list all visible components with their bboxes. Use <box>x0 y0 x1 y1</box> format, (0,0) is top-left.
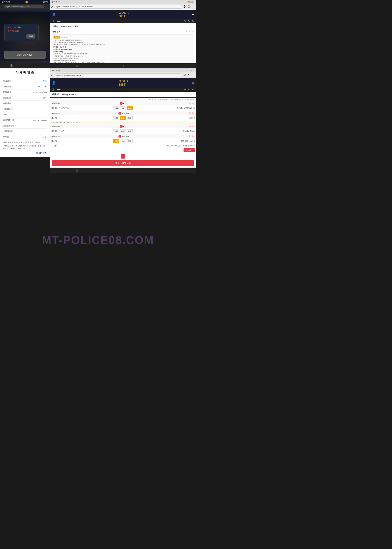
time-left: SKT 4:03 <box>2 1 10 3</box>
odd-home-2[interactable]: 2.69 <box>113 116 119 120</box>
footer-notes: • 위와 같이 정상적으로 처리되었음을 확인합니다. • 위 확인증은 고객 … <box>3 140 47 150</box>
mic-icon[interactable]: 🎙 <box>183 5 187 9</box>
profile-icon[interactable]: 👤 <box>52 13 56 16</box>
inquiry-title: 계좌 문의 <box>52 30 60 33</box>
game-status-2: 경기중 : <box>188 112 195 115</box>
home-icon[interactable]: ⌂ <box>1 5 3 9</box>
url-bar-right[interactable]: tsp65.com/mobile/customer_view.asp?bidx=… <box>54 5 182 9</box>
league-name-4: K-리그 D2 <box>122 135 130 137</box>
nav-home-betting[interactable]: ○ <box>123 169 124 172</box>
nav-home-icon[interactable]: ○ <box>25 64 27 67</box>
done-button[interactable]: 종료된 내역삭제 <box>52 160 194 166</box>
home-team-1: 대전 하나 시티즌[연데] <box>51 107 113 109</box>
bank-icon: 🏦 <box>35 152 38 154</box>
odd-home-1[interactable]: 1.91 <box>113 106 119 110</box>
betting-match-4: 07-09 18:30 K K-리그 D2 경기중 : 경남 FC 1.58 4… <box>50 134 196 144</box>
balance-betting: ₩0 ₱0 ₹0 <box>184 89 194 91</box>
betting-phone: SKT 7:40 32% ⌂ tsp65.com/mobile/betting_… <box>50 68 196 173</box>
transfer-row-name: 수취인성명 <box>3 129 47 134</box>
label-recv-passbook: 받는분통장표시 <box>3 124 17 127</box>
mic-icon-betting[interactable]: 🎙 <box>183 73 187 77</box>
nav-menu-betting[interactable]: ||| <box>76 169 78 172</box>
login-fail-dialog: tsp65.com 내용: 로그인 실패! 확인 <box>4 24 39 41</box>
label-bank: 출금은행 <box>3 96 11 99</box>
user-info-bar-betting: 👤 ■■■님 ₩0 ₱0 ₹0 <box>50 87 196 92</box>
odd-away-1[interactable]: 1.85 <box>126 106 133 110</box>
gola-logo-betting: GOLABET <box>119 79 129 86</box>
value-recv-account: 8008515198639 <box>33 119 47 121</box>
menu-hamburger-icon[interactable]: ≡ <box>192 13 194 16</box>
nav-menu-icon[interactable]: ||| <box>10 64 13 67</box>
bal-p-betting: ₱0 <box>188 89 190 91</box>
league-badge-2: K K-리그 D2 <box>119 112 130 115</box>
checkbox-label: 선택 <box>54 144 58 147</box>
k-league-icon-2: K <box>119 112 121 115</box>
odd-away-4[interactable]: 4.50 <box>126 139 133 143</box>
watermark-overlay: MT-POLICE08.COM <box>0 206 196 274</box>
label-datetime: 거래일시 <box>3 91 11 94</box>
time-right: SKT 7:39 <box>52 1 60 3</box>
nav-back-icon[interactable]: ‹ <box>38 64 40 67</box>
menu-dots-icon[interactable]: ⋮ <box>45 5 49 9</box>
footer-note-2: • 위 확인증은 고객 편의를 위해 제공되는 것으로 참고용으로만 사용하실 … <box>3 144 47 150</box>
url-text-betting: tsp65.com/mobile/betting_01.asp <box>56 74 81 76</box>
match-header-1: 07-09 19:00 K K 리그 경기중 : <box>50 101 196 105</box>
match-header-4: 07-09 18:30 K K-리그 D2 경기중 : <box>50 134 196 138</box>
game-status-4: 경기중 : <box>188 135 195 137</box>
odd-draw-4[interactable]: 4.10 <box>120 139 126 143</box>
url-text-left: tsp65.com/mobile/login_ok.asp <box>6 6 30 8</box>
betting-match-1: 07-09 19:00 K K 리그 경기중 : 대전 하나 시티즌[연데] 1… <box>50 101 196 111</box>
label-fee: 수수료 <box>3 136 9 138</box>
status-bar-left: SKT 4:03 📶 100% <box>0 0 50 4</box>
away-team-2: 김포 FC <box>133 117 195 119</box>
transfer-title: 이 체 확 인 증 <box>3 71 47 76</box>
menu-hamburger-betting[interactable]: ≡ <box>192 81 194 85</box>
phone-right: SKT 7:39 📶 32% ⌂ tsp65.com/mobile/custom… <box>50 0 196 68</box>
nav-back-betting[interactable]: ‹ <box>169 169 169 172</box>
tabs-icon-betting[interactable]: ① <box>187 73 190 77</box>
odd-away-2[interactable]: 2.89 <box>126 116 133 120</box>
home-icon-right[interactable]: ⌂ <box>51 5 53 9</box>
profile-icon-betting[interactable]: 👤 <box>52 81 56 85</box>
transfer-row-result: 처리결과 정상 <box>3 78 47 84</box>
cancel-button[interactable]: 배팅취소 <box>183 148 195 152</box>
gola-logo-right: GOLABET <box>119 11 129 18</box>
bank-logo: 🏦 광주은행 <box>3 152 47 154</box>
odd-draw-3[interactable]: 3.40 <box>120 129 126 133</box>
odd-home-3[interactable]: 2.05 <box>113 129 119 133</box>
url-bar-left[interactable]: tsp65.com/mobile/login_ok.asp <box>4 5 44 8</box>
browser-bar-left: ⌂ tsp65.com/mobile/login_ok.asp ⋮ <box>0 4 50 10</box>
comment-text: 안녕하세요 화원님 [골라] 고객센터입니다. 항상 고객센터 문의 후 입금해… <box>54 39 192 66</box>
nav-home-icon-r[interactable]: ○ <box>123 64 124 67</box>
home-icon-betting[interactable]: ⌂ <box>51 73 53 77</box>
customer-title: 고객센터 customer center <box>52 25 194 29</box>
odd-draw-1[interactable]: 2.5 <box>120 106 126 110</box>
balance-display: ₩0 ₱0 ₹0 <box>184 20 194 22</box>
status-bar-betting: SKT 7:40 32% <box>50 68 196 72</box>
time-betting: SKT 7:40 <box>52 69 60 72</box>
transfer-row-bank: 출금은행 광주 <box>3 95 47 101</box>
match-odds-3: 대전 하나 시티즌 2.05 3.40 3.48 수원삼성블루윙즈 <box>50 128 196 134</box>
transfer-row-amount: 이체금액 100,000 원 <box>3 84 47 89</box>
dialog-confirm-button[interactable]: 확인 <box>27 34 35 38</box>
select-checkbox[interactable] <box>51 145 53 147</box>
odd-draw-2[interactable]: 2.85 <box>120 116 126 120</box>
betting-match-3: 07-09 19:00 K K 리그 경기중 : 대전 하나 시티즌 2.05 … <box>50 124 196 134</box>
menu-icon-betting[interactable]: ⋮ <box>191 73 195 77</box>
match-time-4: 07-09 18:30 <box>51 135 60 137</box>
balance-r: ₹0 <box>192 20 194 22</box>
join-button[interactable]: Join Us Now! <box>4 51 46 59</box>
transfer-row-info: 정보 <box>3 112 47 117</box>
odd-home-4[interactable]: 1.58 <box>113 139 119 143</box>
comment-section: 관리자 2023-07-09 안녕하세요 화원님 [골라] 고객센터입니다. 항… <box>52 34 194 68</box>
user-info-bar: 👤 ■■■님 ₩0 ₱0 ₹0 <box>50 19 196 23</box>
user-avatar-icon: 👤 <box>52 20 55 22</box>
nav-menu-icon-r[interactable]: ||| <box>76 64 78 67</box>
page-1-button[interactable]: 1 <box>121 154 125 159</box>
url-bar-betting[interactable]: tsp65.com/mobile/betting_01.asp <box>54 73 182 77</box>
odd-away-3[interactable]: 3.48 <box>126 129 133 133</box>
gola-header-right: 👤 GOLABET ≡ <box>50 10 196 19</box>
tabs-icon[interactable]: ① <box>187 5 190 9</box>
nav-back-icon-r[interactable]: ‹ <box>169 64 169 67</box>
menu-icon-right[interactable]: ⋮ <box>191 5 195 9</box>
